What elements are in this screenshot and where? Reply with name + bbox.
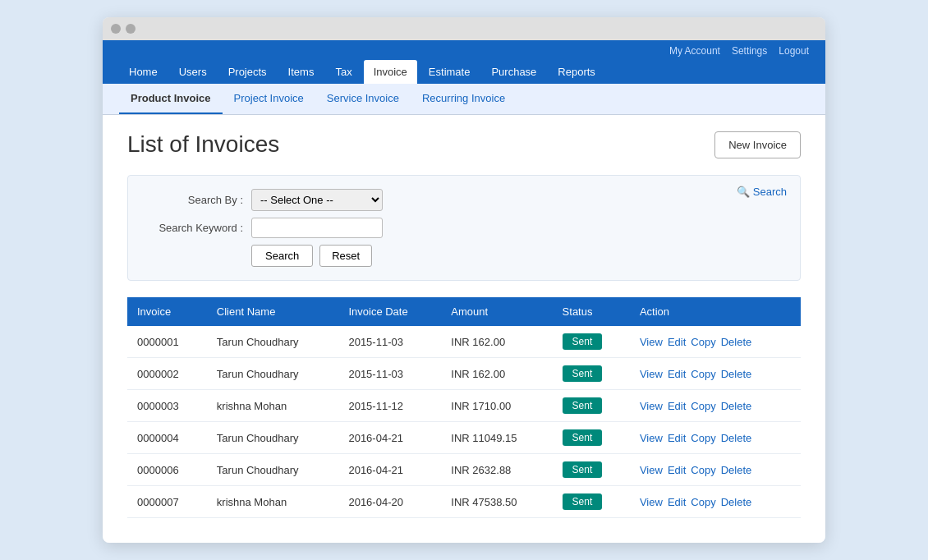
edit-link[interactable]: Edit: [668, 368, 686, 380]
copy-link[interactable]: Copy: [691, 496, 715, 508]
view-link[interactable]: View: [640, 464, 663, 476]
col-invoice: Invoice: [127, 297, 207, 326]
cell-date: 2015-11-03: [338, 358, 441, 390]
reset-button[interactable]: Reset: [319, 245, 372, 267]
copy-link[interactable]: Copy: [691, 400, 715, 412]
search-panel: 🔍 Search Search By : -- Select One -- Se…: [127, 175, 801, 281]
search-top-right[interactable]: 🔍 Search: [737, 186, 787, 198]
status-badge: Sent: [563, 365, 603, 382]
cell-action: View Edit Copy Delete: [630, 390, 801, 422]
nav-tax[interactable]: Tax: [325, 60, 361, 84]
cell-amount: INR 11049.15: [441, 422, 552, 454]
status-badge: Sent: [563, 493, 603, 510]
delete-link[interactable]: Delete: [721, 464, 752, 476]
col-amount: Amount: [441, 297, 552, 326]
subnav-recurring-invoice[interactable]: Recurring Invoice: [411, 84, 517, 114]
sub-nav: Product Invoice Project Invoice Service …: [103, 84, 825, 115]
subnav-project-invoice[interactable]: Project Invoice: [223, 84, 315, 114]
col-client-name: Client Name: [207, 297, 339, 326]
action-links: View Edit Copy Delete: [640, 400, 791, 412]
view-link[interactable]: View: [640, 432, 663, 444]
search-top-label[interactable]: Search: [753, 186, 787, 198]
logout-link[interactable]: Logout: [779, 45, 809, 57]
cell-client: Tarun Choudhary: [207, 422, 339, 454]
cell-action: View Edit Copy Delete: [630, 326, 801, 358]
nav-projects[interactable]: Projects: [218, 60, 277, 84]
magnify-icon: 🔍: [737, 186, 750, 198]
cell-status: Sent: [553, 390, 630, 422]
copy-link[interactable]: Copy: [691, 368, 715, 380]
delete-link[interactable]: Delete: [721, 336, 752, 348]
cell-status: Sent: [553, 358, 630, 390]
nav-reports[interactable]: Reports: [548, 60, 605, 84]
search-keyword-label: Search Keyword :: [145, 222, 251, 234]
search-button[interactable]: Search: [251, 245, 313, 267]
content-area: List of Invoices New Invoice 🔍 Search Se…: [103, 115, 825, 543]
search-actions: Search Reset: [251, 245, 783, 267]
edit-link[interactable]: Edit: [668, 496, 686, 508]
copy-link[interactable]: Copy: [691, 432, 715, 444]
table-row: 0000003krishna Mohan2015-11-12INR 1710.0…: [127, 390, 801, 422]
new-invoice-button[interactable]: New Invoice: [714, 131, 801, 158]
nav-users[interactable]: Users: [169, 60, 217, 84]
subnav-product-invoice[interactable]: Product Invoice: [119, 84, 223, 114]
copy-link[interactable]: Copy: [691, 464, 715, 476]
table-header-row: Invoice Client Name Invoice Date Amount …: [127, 297, 801, 326]
cell-status: Sent: [553, 486, 630, 518]
cell-date: 2015-11-03: [338, 326, 441, 358]
view-link[interactable]: View: [640, 368, 663, 380]
nav-home[interactable]: Home: [119, 60, 168, 84]
edit-link[interactable]: Edit: [668, 336, 686, 348]
copy-link[interactable]: Copy: [691, 336, 715, 348]
cell-invoice: 0000004: [127, 422, 207, 454]
title-bar: [103, 17, 825, 40]
action-links: View Edit Copy Delete: [640, 496, 791, 508]
delete-link[interactable]: Delete: [721, 432, 752, 444]
edit-link[interactable]: Edit: [668, 432, 686, 444]
table-row: 0000006Tarun Choudhary2016-04-21INR 2632…: [127, 454, 801, 486]
cell-client: Tarun Choudhary: [207, 454, 339, 486]
table-row: 0000007krishna Mohan2016-04-20INR 47538.…: [127, 486, 801, 518]
col-invoice-date: Invoice Date: [338, 297, 441, 326]
nav-items[interactable]: Items: [278, 60, 324, 84]
nav-invoice[interactable]: Invoice: [364, 60, 417, 84]
cell-action: View Edit Copy Delete: [630, 486, 801, 518]
cell-status: Sent: [553, 454, 630, 486]
cell-amount: INR 1710.00: [441, 390, 552, 422]
edit-link[interactable]: Edit: [668, 400, 686, 412]
edit-link[interactable]: Edit: [668, 464, 686, 476]
nav-purchase[interactable]: Purchase: [481, 60, 546, 84]
cell-invoice: 0000007: [127, 486, 207, 518]
invoices-table: Invoice Client Name Invoice Date Amount …: [127, 297, 801, 518]
search-keyword-input[interactable]: [251, 218, 383, 238]
settings-link[interactable]: Settings: [732, 45, 767, 57]
cell-status: Sent: [553, 326, 630, 358]
view-link[interactable]: View: [640, 496, 663, 508]
delete-link[interactable]: Delete: [721, 400, 752, 412]
search-keyword-row: Search Keyword :: [145, 218, 783, 238]
search-by-select[interactable]: -- Select One --: [251, 189, 383, 211]
view-link[interactable]: View: [640, 400, 663, 412]
cell-action: View Edit Copy Delete: [630, 358, 801, 390]
page-title: List of Invoices: [127, 131, 279, 158]
my-account-link[interactable]: My Account: [669, 45, 720, 57]
dot-2: [126, 24, 136, 34]
cell-client: Tarun Choudhary: [207, 358, 339, 390]
status-badge: Sent: [563, 397, 603, 414]
col-status: Status: [553, 297, 630, 326]
subnav-service-invoice[interactable]: Service Invoice: [315, 84, 411, 114]
dot-1: [111, 24, 121, 34]
cell-invoice: 0000006: [127, 454, 207, 486]
action-links: View Edit Copy Delete: [640, 464, 791, 476]
cell-date: 2015-11-12: [338, 390, 441, 422]
top-nav: My Account Settings Logout Home Users Pr…: [103, 40, 825, 84]
delete-link[interactable]: Delete: [721, 368, 752, 380]
status-badge: Sent: [563, 333, 603, 350]
cell-invoice: 0000002: [127, 358, 207, 390]
status-badge: Sent: [563, 429, 603, 446]
table-row: 0000001Tarun Choudhary2015-11-03INR 162.…: [127, 326, 801, 358]
view-link[interactable]: View: [640, 336, 663, 348]
nav-estimate[interactable]: Estimate: [419, 60, 480, 84]
delete-link[interactable]: Delete: [721, 496, 752, 508]
cell-date: 2016-04-20: [338, 486, 441, 518]
